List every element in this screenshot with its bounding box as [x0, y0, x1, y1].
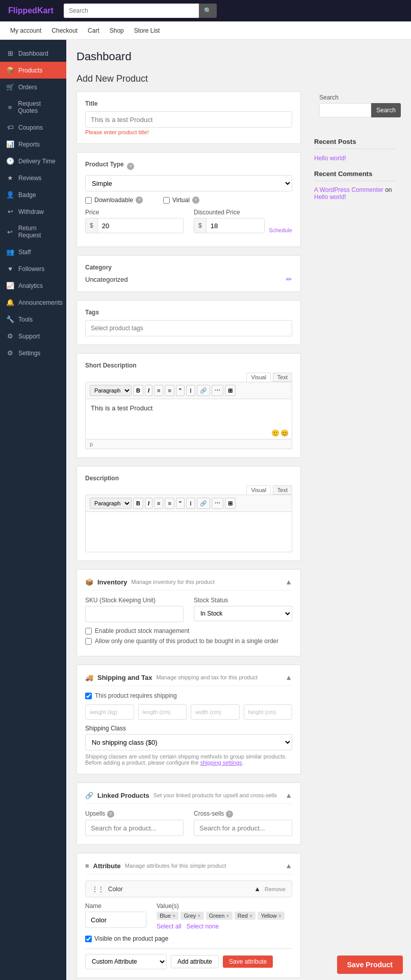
attr-name-input[interactable] [85, 912, 146, 928]
sidebar-item-badge[interactable]: 👤 Badge [0, 186, 66, 203]
short-desc-italic-btn[interactable]: I [145, 385, 152, 396]
desc-visual-tab[interactable]: Visual [246, 485, 271, 495]
short-description-editor[interactable]: This is a test Product 🙂 😊 [85, 399, 292, 439]
attr-visible-checkbox-item[interactable]: Visible on the product page [85, 935, 292, 942]
attribute-collapse-btn[interactable]: ▲ [285, 862, 292, 870]
sidebar-item-return-request[interactable]: ↩ Return Request [0, 220, 66, 243]
crosssells-info-icon[interactable]: ? [226, 811, 233, 818]
upsells-info-icon[interactable]: ? [107, 811, 114, 818]
downloadable-info-icon[interactable]: ? [136, 197, 143, 204]
shipping-collapse-btn[interactable]: ▲ [285, 673, 292, 681]
desc-bold-btn[interactable]: B [133, 498, 143, 509]
short-desc-link-btn[interactable]: 🔗 [197, 385, 210, 396]
attr-collapse-icon[interactable]: ▲ [254, 885, 261, 893]
crosssells-input[interactable] [194, 820, 292, 836]
sidebar-item-tools[interactable]: 🔧 Tools [0, 311, 66, 328]
attr-tag-remove-yellow[interactable]: × [278, 913, 281, 919]
short-desc-align-btn[interactable]: ⫶ [186, 385, 195, 396]
short-desc-ol-btn[interactable]: ≡ [165, 385, 174, 396]
desc-ul-btn[interactable]: ≡ [154, 498, 163, 509]
product-type-info-icon[interactable]: ? [127, 163, 134, 170]
title-input[interactable] [85, 111, 292, 128]
attr-tag-remove-green[interactable]: × [226, 913, 229, 919]
upsells-input[interactable] [85, 820, 184, 836]
short-desc-quote-btn[interactable]: " [176, 385, 185, 396]
shipping-settings-link[interactable]: shipping settings [200, 760, 242, 766]
sidebar-item-staff[interactable]: 👥 Staff [0, 243, 66, 260]
short-desc-ul-btn[interactable]: ≡ [154, 385, 163, 396]
short-desc-more-btn[interactable]: ⋯ [212, 385, 223, 396]
emoji-smiley-icon[interactable]: 🙂 [271, 429, 279, 437]
enable-stock-checkbox-item[interactable]: Enable product stock management [85, 627, 292, 634]
sidebar-item-followers[interactable]: ♥ Followers [0, 260, 66, 277]
header-search-input[interactable] [64, 4, 199, 18]
save-product-button[interactable]: Save Product [337, 955, 403, 974]
sidebar-item-products[interactable]: 📦 Products [0, 62, 66, 79]
short-desc-format-select[interactable]: Paragraph [90, 385, 132, 396]
sidebar-item-support[interactable]: ⚙ Support [0, 328, 66, 345]
linked-collapse-btn[interactable]: ▲ [285, 791, 292, 799]
stock-status-select[interactable]: In Stock [194, 606, 292, 621]
nav-my-account[interactable]: My account [10, 27, 41, 34]
width-input[interactable] [191, 704, 240, 720]
desc-more-btn[interactable]: ⋯ [212, 498, 223, 509]
commenter-link[interactable]: A WordPress Commenter [314, 186, 383, 193]
attr-select-none-link[interactable]: Select none [187, 923, 219, 930]
downloadable-checkbox[interactable] [85, 197, 92, 204]
desc-quote-btn[interactable]: " [176, 498, 185, 509]
schedule-link[interactable]: Schedule [269, 227, 292, 233]
single-qty-checkbox-item[interactable]: Allow only one quantity of this product … [85, 638, 292, 645]
short-desc-text-tab[interactable]: Text [273, 373, 292, 382]
sidebar-item-analytics[interactable]: 📈 Analytics [0, 277, 66, 294]
desc-italic-btn[interactable]: I [145, 498, 152, 509]
inventory-collapse-btn[interactable]: ▲ [285, 578, 292, 586]
nav-cart[interactable]: Cart [88, 27, 99, 34]
attr-visible-checkbox[interactable] [85, 936, 92, 942]
short-desc-visual-tab[interactable]: Visual [246, 373, 271, 382]
attr-tag-remove-blue[interactable]: × [172, 913, 175, 919]
virtual-info-icon[interactable]: ? [192, 197, 199, 204]
attr-custom-select[interactable]: Custom Attribute [85, 954, 167, 969]
short-desc-grid-btn[interactable]: ⊞ [225, 385, 236, 396]
discounted-price-input[interactable] [207, 218, 264, 233]
price-input[interactable] [98, 218, 183, 233]
desc-grid-btn[interactable]: ⊞ [225, 498, 236, 509]
virtual-checkbox-item[interactable]: Virtual ? [163, 197, 199, 204]
sidebar-search-button[interactable]: Search [371, 103, 401, 117]
height-input[interactable] [244, 704, 293, 720]
sku-input[interactable] [85, 606, 184, 622]
weight-input[interactable] [85, 704, 134, 720]
downloadable-checkbox-item[interactable]: Downloadable ? [85, 197, 143, 204]
sidebar-item-announcements[interactable]: 🔔 Announcements [0, 294, 66, 311]
sidebar-search-input[interactable] [319, 103, 371, 117]
desc-ol-btn[interactable]: ≡ [165, 498, 174, 509]
attr-add-button[interactable]: Add attribute [171, 955, 219, 968]
nav-checkout[interactable]: Checkout [52, 27, 78, 34]
single-qty-checkbox[interactable] [85, 638, 92, 645]
sidebar-item-withdraw[interactable]: ↩ Withdraw [0, 203, 66, 220]
header-search-button[interactable]: 🔍 [199, 4, 217, 18]
desc-link-btn[interactable]: 🔗 [197, 498, 210, 509]
attr-tag-remove-grey[interactable]: × [197, 913, 200, 919]
sidebar-item-dashboard[interactable]: ⊞ Dashboard [0, 45, 66, 62]
product-type-select[interactable]: Simple [85, 175, 292, 191]
length-input[interactable] [138, 704, 187, 720]
shipping-class-select[interactable]: No shipping class ($0) [85, 734, 292, 750]
nav-store-list[interactable]: Store List [134, 27, 160, 34]
comment-post-link[interactable]: Hello world! [314, 193, 346, 201]
virtual-checkbox[interactable] [163, 197, 170, 204]
recent-post-link[interactable]: Hello world! [314, 155, 346, 162]
attr-remove-btn[interactable]: Remove [265, 886, 286, 892]
sidebar-item-settings[interactable]: ⚙ Settings [0, 345, 66, 361]
category-edit-icon[interactable]: ✏ [286, 275, 292, 283]
attr-save-button[interactable]: Save attribute [223, 955, 273, 968]
attr-tag-remove-red[interactable]: × [249, 913, 252, 919]
desc-align-btn[interactable]: ⫶ [186, 498, 195, 509]
sidebar-item-reviews[interactable]: ★ Reviews [0, 169, 66, 186]
desc-text-tab[interactable]: Text [273, 485, 292, 495]
attr-select-all-link[interactable]: Select all [157, 923, 182, 930]
sidebar-item-delivery-time[interactable]: 🕐 Delivery Time [0, 153, 66, 169]
enable-stock-checkbox[interactable] [85, 628, 92, 634]
sidebar-item-reports[interactable]: 📊 Reports [0, 136, 66, 153]
emoji-extra-icon[interactable]: 😊 [280, 429, 289, 437]
